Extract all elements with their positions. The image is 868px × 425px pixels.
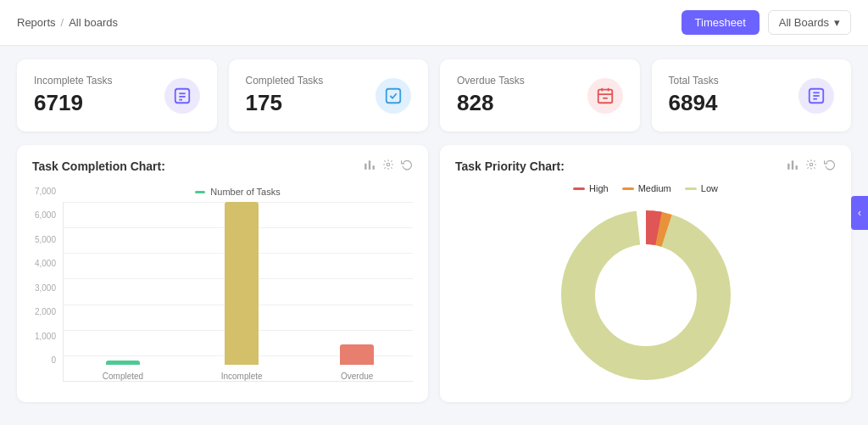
charts-row: Task Completion Chart: 7,000 bbox=[17, 145, 851, 402]
breadcrumb-child: All boards bbox=[69, 16, 118, 29]
stat-card-completed: Completed Tasks 175 bbox=[229, 59, 429, 131]
svg-rect-16 bbox=[373, 165, 375, 170]
legend-high: High bbox=[573, 183, 609, 193]
legend-color-low bbox=[685, 187, 697, 190]
stat-info-total: Total Tasks 6894 bbox=[669, 75, 719, 116]
y-label-2000: 2,000 bbox=[35, 307, 56, 316]
boards-dropdown-label: All Boards bbox=[779, 16, 829, 29]
y-label-4000: 4,000 bbox=[35, 259, 56, 268]
stat-info-incomplete: Incomplete Tasks 6719 bbox=[34, 75, 113, 116]
bar-legend: Number of Tasks bbox=[63, 187, 413, 197]
bar-group-incomplete: Incomplete bbox=[221, 202, 263, 381]
stat-value-total: 6894 bbox=[669, 90, 719, 116]
breadcrumb-separator: / bbox=[61, 16, 64, 29]
refresh-icon[interactable] bbox=[401, 159, 413, 173]
priority-refresh-icon[interactable] bbox=[824, 159, 836, 173]
legend-medium: Medium bbox=[622, 183, 671, 193]
legend-low: Low bbox=[685, 183, 718, 193]
stat-card-total: Total Tasks 6894 bbox=[652, 59, 852, 131]
svg-rect-14 bbox=[364, 164, 366, 170]
stat-label-completed: Completed Tasks bbox=[246, 75, 324, 87]
y-label-6000: 6,000 bbox=[35, 210, 56, 220]
priority-chart-card: Task Priority Chart: bbox=[440, 145, 851, 402]
stat-value-incomplete: 6719 bbox=[34, 90, 113, 116]
incomplete-tasks-icon bbox=[164, 78, 200, 114]
completion-chart-header: Task Completion Chart: bbox=[32, 159, 413, 173]
svg-point-21 bbox=[810, 163, 813, 166]
svg-rect-20 bbox=[796, 165, 798, 170]
legend-color-high bbox=[573, 187, 585, 190]
bar-chart-icon[interactable] bbox=[364, 159, 376, 173]
priority-bar-icon[interactable] bbox=[787, 159, 798, 173]
y-label-3000: 3,000 bbox=[35, 283, 56, 293]
stat-info-overdue: Overdue Tasks 828 bbox=[457, 75, 525, 116]
bar-group-overdue: Overdue bbox=[340, 344, 374, 381]
main-content: Incomplete Tasks 6719 Completed Tasks 17… bbox=[0, 46, 868, 416]
legend-color-medium bbox=[622, 187, 634, 190]
bar-overdue bbox=[340, 344, 374, 365]
priority-chart-header: Task Priority Chart: bbox=[455, 159, 836, 173]
header-right: Timesheet All Boards ▾ bbox=[682, 10, 851, 35]
bar-label-overdue: Overdue bbox=[341, 372, 373, 381]
bar-incomplete bbox=[225, 202, 259, 365]
svg-rect-4 bbox=[387, 88, 401, 103]
completion-chart-actions bbox=[364, 159, 413, 173]
bar-label-completed: Completed bbox=[103, 372, 143, 381]
total-tasks-icon bbox=[798, 78, 834, 114]
svg-rect-19 bbox=[792, 160, 793, 170]
breadcrumb: Reports / All boards bbox=[17, 16, 118, 29]
donut-legend: High Medium Low bbox=[573, 183, 718, 193]
legend-label-medium: Medium bbox=[638, 183, 671, 193]
legend-dot-tasks bbox=[195, 191, 205, 193]
bar-chart-body: Number of Tasks Completed Incomplete Ove… bbox=[63, 187, 413, 382]
svg-rect-15 bbox=[369, 160, 370, 170]
completion-chart-title: Task Completion Chart: bbox=[32, 159, 165, 173]
boards-dropdown[interactable]: All Boards ▾ bbox=[768, 10, 851, 35]
legend-label-high: High bbox=[589, 183, 609, 193]
sidebar-toggle-button[interactable]: ‹ bbox=[851, 196, 868, 230]
donut-area: High Medium Low bbox=[455, 183, 836, 389]
svg-rect-18 bbox=[787, 164, 789, 170]
y-label-7000: 7,000 bbox=[35, 187, 56, 196]
y-label-5000: 5,000 bbox=[35, 235, 56, 244]
bar-label-incomplete: Incomplete bbox=[221, 372, 263, 381]
priority-chart-title: Task Priority Chart: bbox=[455, 159, 565, 173]
stat-label-total: Total Tasks bbox=[669, 75, 719, 87]
legend-label-tasks: Number of Tasks bbox=[210, 187, 280, 197]
breadcrumb-root: Reports bbox=[17, 16, 56, 29]
stat-info-completed: Completed Tasks 175 bbox=[246, 75, 324, 116]
bar-completed bbox=[106, 361, 140, 365]
bar-group-completed: Completed bbox=[103, 361, 143, 381]
settings-icon[interactable] bbox=[382, 159, 394, 173]
stats-row: Incomplete Tasks 6719 Completed Tasks 17… bbox=[17, 59, 851, 131]
svg-rect-5 bbox=[598, 89, 612, 103]
header: Reports / All boards Timesheet All Board… bbox=[0, 0, 868, 46]
bars-container: Completed Incomplete Overdue bbox=[63, 202, 413, 382]
bar-chart-area: 7,000 6,000 5,000 4,000 3,000 2,000 1,00… bbox=[32, 183, 413, 382]
y-label-0: 0 bbox=[51, 355, 56, 365]
priority-settings-icon[interactable] bbox=[805, 159, 817, 173]
completed-tasks-icon bbox=[376, 78, 411, 114]
stat-value-overdue: 828 bbox=[457, 90, 525, 116]
stat-card-incomplete: Incomplete Tasks 6719 bbox=[17, 59, 217, 131]
chevron-down-icon: ▾ bbox=[834, 16, 840, 29]
legend-label-low: Low bbox=[701, 183, 718, 193]
timesheet-button[interactable]: Timesheet bbox=[682, 10, 760, 35]
stat-value-completed: 175 bbox=[246, 90, 324, 116]
completion-chart-card: Task Completion Chart: 7,000 bbox=[17, 145, 428, 402]
donut-chart-svg bbox=[553, 202, 739, 389]
priority-chart-actions bbox=[787, 159, 836, 173]
stat-label-incomplete: Incomplete Tasks bbox=[34, 75, 113, 87]
y-label-1000: 1,000 bbox=[35, 332, 56, 341]
stat-card-overdue: Overdue Tasks 828 bbox=[440, 59, 640, 131]
y-axis: 7,000 6,000 5,000 4,000 3,000 2,000 1,00… bbox=[32, 187, 63, 382]
svg-point-25 bbox=[599, 249, 693, 342]
overdue-tasks-icon bbox=[587, 78, 623, 114]
svg-point-17 bbox=[387, 163, 390, 166]
stat-label-overdue: Overdue Tasks bbox=[457, 75, 525, 87]
